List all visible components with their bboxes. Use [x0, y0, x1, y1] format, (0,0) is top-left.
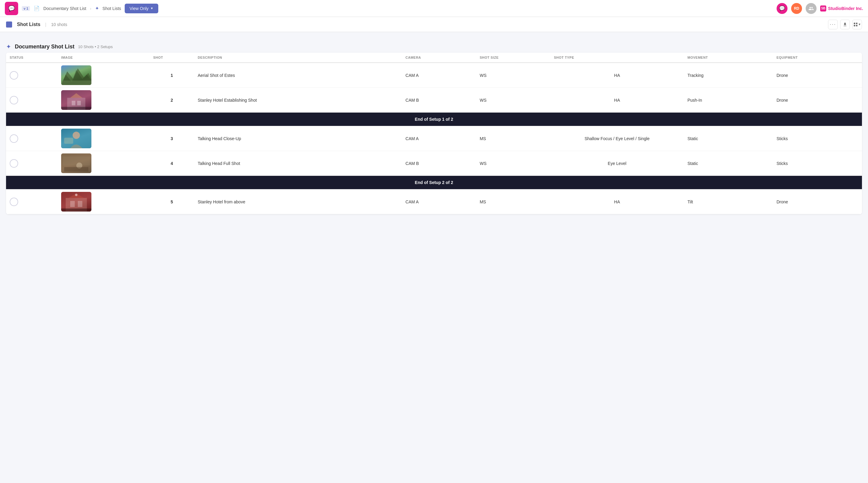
row-status: [6, 151, 58, 176]
header-camera: CAMERA: [402, 53, 476, 63]
shot-lists-nav[interactable]: Shot Lists: [102, 6, 121, 11]
status-circle: [10, 96, 18, 104]
shot-list-table-wrapper: STATUS IMAGE SHOT DESCRIPTION CAMERA SHO…: [6, 53, 862, 214]
chevron-down-icon: ▼: [150, 7, 153, 10]
svg-rect-7: [77, 101, 81, 105]
status-circle: [10, 159, 18, 168]
svg-rect-18: [70, 201, 75, 207]
row-image-cell: [58, 63, 150, 88]
row-shot-number: 3: [150, 126, 194, 151]
main-content: ✦ Documentary Shot List 10 Shots • 2 Set…: [0, 32, 868, 214]
doc-header: ✦ Documentary Shot List 10 Shots • 2 Set…: [6, 38, 862, 53]
table-header: STATUS IMAGE SHOT DESCRIPTION CAMERA SHO…: [6, 53, 862, 63]
row-shot-size: MS: [476, 189, 550, 214]
row-shot-type: Eye Level: [550, 151, 684, 176]
header-description: DESCRIPTION: [194, 53, 402, 63]
header-shottype: SHOT TYPE: [550, 53, 684, 63]
dots-icon: ···: [830, 21, 836, 28]
row-camera: CAM A: [402, 63, 476, 88]
header-status: STATUS: [6, 53, 58, 63]
row-equipment: Drone: [773, 88, 862, 112]
row-description: Talking Head Full Shot: [194, 151, 402, 176]
download-icon: [843, 22, 847, 27]
more-options-button[interactable]: ···: [828, 20, 838, 29]
header-image: IMAGE: [58, 53, 150, 63]
svg-point-17: [75, 194, 78, 196]
row-description: Stanley Hotel from above: [194, 189, 402, 214]
setup-divider-row: End of Setup 1 of 2: [6, 112, 862, 126]
row-image-cell: [58, 126, 150, 151]
row-equipment: Sticks: [773, 126, 862, 151]
row-camera: CAM B: [402, 151, 476, 176]
nav-right-actions: 💬 RD SB StudioBinder Inc.: [777, 3, 863, 14]
setup-divider-label: End of Setup 2 of 2: [6, 176, 862, 189]
row-shot-size: WS: [476, 151, 550, 176]
table-row[interactable]: 4 Talking Head Full Shot CAM B WS Eye Le…: [6, 151, 862, 176]
row-shot-type: HA: [550, 88, 684, 112]
svg-rect-3: [61, 80, 91, 85]
top-navigation: 💬 v 1 📄 Documentary Shot List › ✦ Shot L…: [0, 0, 868, 17]
doc-name-nav[interactable]: Documentary Shot List: [43, 6, 86, 11]
sub-header-divider: |: [45, 22, 46, 27]
avatar-chat[interactable]: 💬: [777, 3, 787, 14]
table-body: 1 Aerial Shot of Estes CAM A WS HA Track…: [6, 63, 862, 214]
shot-count: 10 shots: [51, 22, 67, 27]
version-badge: v 1: [22, 6, 30, 11]
header-movement: MOVEMENT: [684, 53, 773, 63]
svg-rect-6: [72, 101, 75, 105]
view-only-button[interactable]: View Only ▼: [125, 4, 158, 13]
row-status: [6, 63, 58, 88]
nav-sep: ›: [90, 6, 91, 11]
view-only-label: View Only: [129, 6, 149, 11]
row-camera: CAM A: [402, 189, 476, 214]
doc-meta: 10 Shots • 2 Setups: [78, 44, 113, 49]
row-image-cell: [58, 189, 150, 214]
setup-divider-label: End of Setup 1 of 2: [6, 112, 862, 126]
row-shot-type: HA: [550, 189, 684, 214]
status-circle: [10, 71, 18, 79]
row-image-cell: [58, 151, 150, 176]
svg-marker-5: [70, 93, 82, 98]
row-shot-size: WS: [476, 63, 550, 88]
svg-rect-10: [64, 138, 73, 144]
header-shotsize: SHOT SIZE: [476, 53, 550, 63]
header-shot: SHOT: [150, 53, 194, 63]
app-logo[interactable]: 💬: [5, 2, 18, 15]
table-row[interactable]: 1 Aerial Shot of Estes CAM A WS HA Track…: [6, 63, 862, 88]
sub-header-icon: [6, 22, 12, 28]
row-shot-type: Shallow Focus / Eye Level / Single: [550, 126, 684, 151]
status-circle: [10, 134, 18, 143]
row-status: [6, 88, 58, 112]
svg-rect-20: [61, 208, 91, 212]
row-shot-number: 2: [150, 88, 194, 112]
row-movement: Tilt: [684, 189, 773, 214]
svg-rect-19: [78, 201, 82, 207]
sub-header-title: Shot Lists: [17, 22, 40, 27]
row-description: Aerial Shot of Estes: [194, 63, 402, 88]
row-camera: CAM B: [402, 88, 476, 112]
row-shot-size: WS: [476, 88, 550, 112]
doc-icon: 📄: [34, 5, 40, 11]
row-shot-number: 1: [150, 63, 194, 88]
shot-lists-nav-icon: ✦: [95, 5, 99, 11]
view-toggle-button[interactable]: ▼: [852, 20, 862, 29]
grid-icon: [853, 22, 858, 27]
setup-divider-row: End of Setup 2 of 2: [6, 176, 862, 189]
row-movement: Tracking: [684, 63, 773, 88]
row-shot-size: MS: [476, 126, 550, 151]
sub-header: Shot Lists | 10 shots ··· ▼: [0, 17, 868, 32]
table-row[interactable]: 3 Talking Head Close-Up CAM A MS Shallow…: [6, 126, 862, 151]
avatar-rd[interactable]: RD: [791, 3, 802, 14]
download-button[interactable]: [840, 20, 850, 29]
avatar-team[interactable]: [806, 3, 816, 14]
row-status: [6, 189, 58, 214]
svg-rect-12: [63, 157, 90, 165]
doc-header-icon: ✦: [6, 43, 11, 50]
svg-point-9: [73, 132, 80, 139]
sb-icon: SB: [820, 5, 826, 11]
table-row[interactable]: 5 Stanley Hotel from above CAM A MS HA T…: [6, 189, 862, 214]
table-row[interactable]: 2 Stanley Hotel Establishing Shot CAM B …: [6, 88, 862, 112]
row-description: Talking Head Close-Up: [194, 126, 402, 151]
studio-binder-name: StudioBinder Inc.: [828, 6, 863, 11]
row-image-cell: [58, 88, 150, 112]
